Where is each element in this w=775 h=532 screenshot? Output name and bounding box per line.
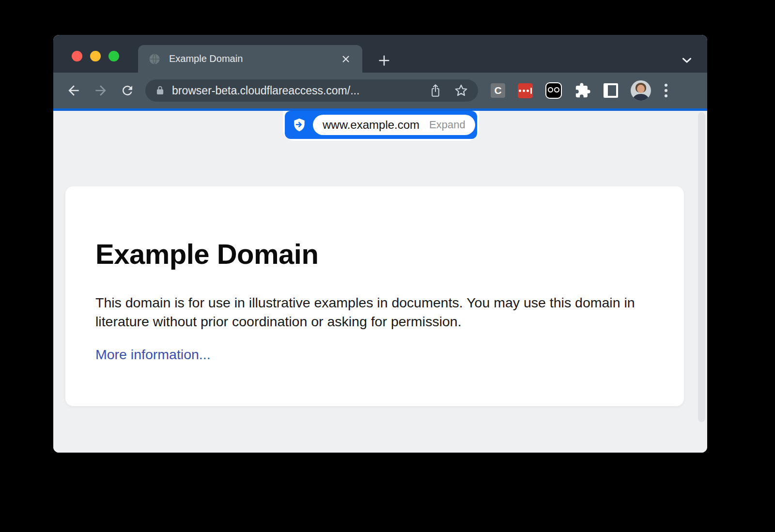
isolated-domain-text: www.example.com [323, 118, 419, 132]
maximize-window-button[interactable] [108, 51, 119, 61]
expand-button[interactable]: Expand [429, 119, 465, 131]
extensions-puzzle-icon[interactable] [574, 82, 591, 99]
page-title: Example Domain [95, 238, 684, 270]
reload-button[interactable] [120, 83, 135, 98]
extension-c-icon[interactable]: C [491, 83, 505, 98]
lock-icon[interactable] [155, 84, 165, 97]
page-content: www.example.com Expand Example Domain Th… [53, 111, 707, 453]
extension-c-label: C [494, 85, 501, 96]
traffic-lights [72, 51, 119, 61]
more-information-link[interactable]: More information... [95, 347, 211, 363]
forward-button[interactable] [93, 83, 108, 98]
side-panel-icon[interactable] [604, 83, 618, 98]
active-tab[interactable]: Example Domain [138, 45, 362, 73]
example-domain-card: Example Domain This domain is for use in… [65, 186, 684, 406]
profile-avatar[interactable] [631, 80, 651, 101]
close-tab-icon[interactable] [339, 52, 353, 66]
back-button[interactable] [66, 83, 81, 98]
kebab-menu-icon[interactable] [663, 82, 669, 99]
two-circles-extension-icon[interactable] [545, 82, 562, 99]
vertical-scrollbar[interactable] [698, 112, 705, 422]
minimize-window-button[interactable] [90, 51, 101, 61]
page-body-text: This domain is for use in illustrative e… [95, 293, 652, 331]
url-text: browser-beta.cloudflareaccess.com/... [172, 84, 417, 97]
isolated-domain-pill[interactable]: www.example.com Expand [313, 115, 475, 135]
globe-icon [148, 52, 161, 66]
address-bar[interactable]: browser-beta.cloudflareaccess.com/... [145, 79, 478, 102]
shield-arrow-icon [292, 117, 307, 133]
lastpass-extension-icon[interactable] [518, 83, 533, 98]
tab-title: Example Domain [169, 53, 339, 64]
toolbar: browser-beta.cloudflareaccess.com/... C [53, 73, 707, 108]
close-window-button[interactable] [72, 51, 82, 61]
bookmark-star-icon[interactable] [454, 83, 468, 98]
isolation-banner-inner: www.example.com Expand [285, 111, 477, 139]
isolation-banner: www.example.com Expand [283, 111, 479, 141]
tab-strip: Example Domain [53, 35, 707, 73]
browser-window: Example Domain browser-beta.cloudflareac [53, 35, 707, 453]
tab-search-chevron-down-icon[interactable] [679, 52, 695, 70]
share-icon[interactable] [430, 84, 441, 97]
new-tab-button[interactable] [375, 51, 393, 72]
